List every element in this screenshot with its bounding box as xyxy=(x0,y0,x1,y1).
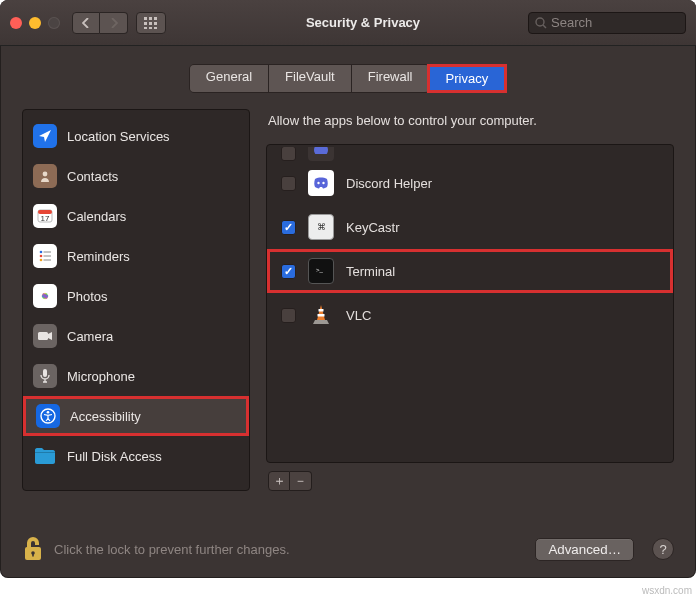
svg-point-33 xyxy=(317,182,319,184)
show-all-button[interactable] xyxy=(136,12,166,34)
privacy-panel: Allow the apps below to control your com… xyxy=(266,109,674,491)
app-label: Discord Helper xyxy=(346,176,432,191)
panel-instruction: Allow the apps below to control your com… xyxy=(266,109,674,144)
tab-firewall[interactable]: Firewall xyxy=(352,65,429,92)
add-remove-buttons: ＋ － xyxy=(268,471,674,491)
svg-rect-27 xyxy=(38,332,48,340)
sidebar-item-label: Reminders xyxy=(67,249,130,264)
svg-rect-38 xyxy=(318,314,325,317)
app-label: KeyCastr xyxy=(346,220,399,235)
svg-point-32 xyxy=(314,147,328,154)
svg-point-19 xyxy=(40,259,43,262)
terminal-icon: >_ xyxy=(308,258,334,284)
list-item-partial xyxy=(267,147,673,161)
tab-filevault[interactable]: FileVault xyxy=(269,65,352,92)
lock-text: Click the lock to prevent further change… xyxy=(54,542,525,557)
tab-general[interactable]: General xyxy=(190,65,269,92)
search-placeholder: Search xyxy=(551,15,592,30)
svg-text:⌘: ⌘ xyxy=(317,222,326,232)
app-checkbox[interactable] xyxy=(281,147,296,161)
footer: Click the lock to prevent further change… xyxy=(0,520,696,578)
svg-rect-5 xyxy=(154,22,157,25)
search-icon xyxy=(535,17,547,29)
svg-line-10 xyxy=(543,25,546,28)
lock-button[interactable] xyxy=(22,535,44,563)
app-checkbox-terminal[interactable] xyxy=(281,264,296,279)
svg-point-9 xyxy=(536,18,544,26)
svg-point-17 xyxy=(40,255,43,258)
window-title: Security & Privacy xyxy=(306,15,420,30)
svg-rect-8 xyxy=(154,27,157,29)
sidebar-item-microphone[interactable]: Microphone xyxy=(23,356,249,396)
app-checkbox-vlc[interactable] xyxy=(281,308,296,323)
contacts-icon xyxy=(33,164,57,188)
svg-rect-2 xyxy=(154,17,157,20)
folder-icon xyxy=(33,444,57,468)
svg-rect-4 xyxy=(149,22,152,25)
sidebar-item-calendars[interactable]: 17 Calendars xyxy=(23,196,249,236)
sidebar-item-label: Calendars xyxy=(67,209,126,224)
titlebar: Security & Privacy Search xyxy=(0,0,696,46)
window-controls xyxy=(10,17,60,29)
app-checkbox-keycastr[interactable] xyxy=(281,220,296,235)
sidebar-item-label: Microphone xyxy=(67,369,135,384)
svg-text:>_: >_ xyxy=(316,267,324,273)
sidebar-item-contacts[interactable]: Contacts xyxy=(23,156,249,196)
photos-icon xyxy=(33,284,57,308)
watermark: wsxdn.com xyxy=(642,585,692,596)
svg-rect-6 xyxy=(144,27,147,29)
tab-bar: General FileVault Firewall Privacy xyxy=(0,64,696,93)
advanced-button[interactable]: Advanced… xyxy=(535,538,634,561)
svg-rect-3 xyxy=(144,22,147,25)
svg-rect-37 xyxy=(319,309,324,312)
search-input[interactable]: Search xyxy=(528,12,686,34)
tab-privacy[interactable]: Privacy xyxy=(430,67,505,90)
app-list[interactable]: Discord Helper ⌘ KeyCastr >_ Terminal VL… xyxy=(266,144,674,463)
app-label: VLC xyxy=(346,308,371,323)
sidebar-item-label: Location Services xyxy=(67,129,170,144)
sidebar-item-reminders[interactable]: Reminders xyxy=(23,236,249,276)
close-window-button[interactable] xyxy=(10,17,22,29)
location-icon xyxy=(33,124,57,148)
zoom-window-button[interactable] xyxy=(48,17,60,29)
help-button[interactable]: ? xyxy=(652,538,674,560)
highlight-privacy-tab: Privacy xyxy=(427,64,508,93)
sidebar-item-label: Camera xyxy=(67,329,113,344)
svg-point-34 xyxy=(322,182,324,184)
svg-point-11 xyxy=(43,172,48,177)
list-item[interactable]: ⌘ KeyCastr xyxy=(267,205,673,249)
sidebar-item-label: Full Disk Access xyxy=(67,449,162,464)
sidebar-item-label: Accessibility xyxy=(70,409,141,424)
sidebar-item-photos[interactable]: Photos xyxy=(23,276,249,316)
svg-rect-1 xyxy=(149,17,152,20)
accessibility-icon xyxy=(36,404,60,428)
list-item[interactable]: Discord Helper xyxy=(267,161,673,205)
svg-rect-41 xyxy=(32,553,34,557)
preferences-window: Security & Privacy Search General FileVa… xyxy=(0,0,696,578)
svg-rect-7 xyxy=(149,27,152,29)
privacy-category-sidebar[interactable]: Location Services Contacts 17 Calendars … xyxy=(22,109,250,491)
add-app-button[interactable]: ＋ xyxy=(268,471,290,491)
sidebar-item-full-disk[interactable]: Full Disk Access xyxy=(23,436,249,476)
forward-button[interactable] xyxy=(100,12,128,34)
svg-rect-28 xyxy=(43,369,47,377)
list-item[interactable]: VLC xyxy=(267,293,673,337)
back-button[interactable] xyxy=(72,12,100,34)
list-item-terminal[interactable]: >_ Terminal xyxy=(267,249,673,293)
app-label: Terminal xyxy=(346,264,395,279)
svg-rect-0 xyxy=(144,17,147,20)
sidebar-item-camera[interactable]: Camera xyxy=(23,316,249,356)
app-checkbox-discord[interactable] xyxy=(281,176,296,191)
calendar-icon: 17 xyxy=(33,204,57,228)
keycastr-icon: ⌘ xyxy=(308,214,334,240)
sidebar-item-label: Contacts xyxy=(67,169,118,184)
svg-point-15 xyxy=(40,251,43,254)
minimize-window-button[interactable] xyxy=(29,17,41,29)
camera-icon xyxy=(33,324,57,348)
nav-buttons xyxy=(72,12,128,34)
sidebar-item-location[interactable]: Location Services xyxy=(23,116,249,156)
svg-text:17: 17 xyxy=(41,214,50,223)
microphone-icon xyxy=(33,364,57,388)
sidebar-item-accessibility[interactable]: Accessibility xyxy=(23,396,249,436)
remove-app-button[interactable]: － xyxy=(290,471,312,491)
